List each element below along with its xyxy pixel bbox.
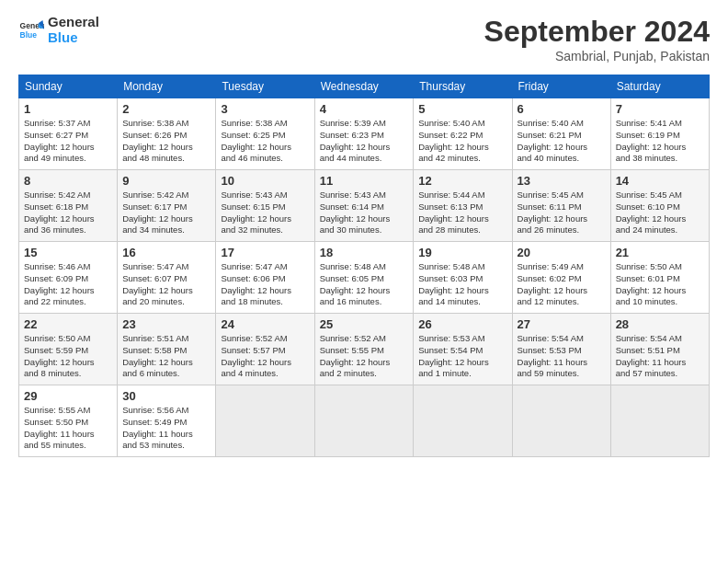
day-number: 9 [122,174,210,188]
day-info: Sunrise: 5:52 AMSunset: 5:57 PMDaylight:… [221,333,309,380]
day-info: Sunrise: 5:37 AMSunset: 6:27 PMDaylight:… [24,118,112,165]
logo-text-general: General [48,15,99,30]
svg-text:Blue: Blue [20,29,38,39]
day-info: Sunrise: 5:42 AMSunset: 6:18 PMDaylight:… [24,190,112,236]
col-monday: Monday [118,75,216,98]
day-info: Sunrise: 5:55 AMSunset: 5:50 PMDaylight:… [24,405,112,452]
day-number: 23 [122,317,210,331]
day-info: Sunrise: 5:42 AMSunset: 6:17 PMDaylight:… [122,190,210,236]
day-info: Sunrise: 5:46 AMSunset: 6:09 PMDaylight:… [24,261,112,308]
day-number: 25 [320,317,409,331]
day-number: 4 [320,102,409,116]
day-number: 3 [221,102,309,116]
day-info: Sunrise: 5:50 AMSunset: 5:59 PMDaylight:… [24,333,112,380]
day-number: 29 [24,389,112,403]
header: General Blue General Blue September 2024… [18,15,710,63]
day-number: 28 [616,317,704,331]
day-number: 21 [616,246,704,259]
day-info: Sunrise: 5:50 AMSunset: 6:01 PMDaylight:… [616,261,704,308]
day-info: Sunrise: 5:43 AMSunset: 6:15 PMDaylight:… [221,190,309,236]
day-info: Sunrise: 5:53 AMSunset: 5:54 PMDaylight:… [418,333,506,380]
day-number: 2 [122,102,210,116]
day-number: 14 [616,174,704,188]
col-saturday: Saturday [610,75,709,98]
day-info: Sunrise: 5:40 AMSunset: 6:22 PMDaylight:… [418,118,506,165]
day-number: 17 [221,246,309,259]
col-tuesday: Tuesday [216,75,314,98]
col-thursday: Thursday [414,75,512,98]
day-number: 24 [221,317,309,331]
day-info: Sunrise: 5:49 AMSunset: 6:02 PMDaylight:… [518,261,606,308]
day-info: Sunrise: 5:38 AMSunset: 6:26 PMDaylight:… [122,118,210,165]
col-sunday: Sunday [19,75,118,98]
day-number: 11 [320,174,409,188]
day-number: 15 [24,246,112,259]
day-number: 13 [518,174,606,188]
day-number: 6 [518,102,606,116]
location: Sambrial, Punjab, Pakistan [484,49,710,63]
day-info: Sunrise: 5:44 AMSunset: 6:13 PMDaylight:… [418,190,506,236]
day-number: 20 [518,246,606,259]
day-number: 5 [418,102,506,116]
day-number: 10 [221,174,309,188]
day-number: 27 [518,317,606,331]
day-info: Sunrise: 5:47 AMSunset: 6:06 PMDaylight:… [221,261,309,308]
title-block: September 2024 Sambrial, Punjab, Pakista… [484,15,710,63]
day-info: Sunrise: 5:40 AMSunset: 6:21 PMDaylight:… [518,118,606,165]
day-info: Sunrise: 5:41 AMSunset: 6:19 PMDaylight:… [616,118,704,165]
day-info: Sunrise: 5:45 AMSunset: 6:11 PMDaylight:… [518,190,606,236]
logo-icon: General Blue [18,17,44,43]
logo: General Blue General Blue [18,15,99,45]
header-row: Sunday Monday Tuesday Wednesday Thursday… [19,75,710,98]
day-number: 22 [24,317,112,331]
day-number: 12 [418,174,506,188]
day-info: Sunrise: 5:47 AMSunset: 6:07 PMDaylight:… [122,261,210,308]
day-info: Sunrise: 5:54 AMSunset: 5:53 PMDaylight:… [518,333,606,380]
day-number: 7 [616,102,704,116]
day-info: Sunrise: 5:48 AMSunset: 6:03 PMDaylight:… [418,261,506,308]
day-info: Sunrise: 5:45 AMSunset: 6:10 PMDaylight:… [616,190,704,236]
day-number: 26 [418,317,506,331]
day-info: Sunrise: 5:48 AMSunset: 6:05 PMDaylight:… [320,261,409,308]
day-info: Sunrise: 5:38 AMSunset: 6:25 PMDaylight:… [221,118,309,165]
logo-text-blue: Blue [48,30,99,46]
day-number: 19 [418,246,506,259]
day-number: 30 [122,389,210,403]
day-info: Sunrise: 5:43 AMSunset: 6:14 PMDaylight:… [320,190,409,236]
day-number: 8 [24,174,112,188]
day-info: Sunrise: 5:39 AMSunset: 6:23 PMDaylight:… [320,118,409,165]
day-number: 16 [122,246,210,259]
page-container: General Blue General Blue September 2024… [0,0,728,466]
day-info: Sunrise: 5:51 AMSunset: 5:58 PMDaylight:… [122,333,210,380]
col-friday: Friday [512,75,610,98]
month-title: September 2024 [484,15,710,49]
day-info: Sunrise: 5:54 AMSunset: 5:51 PMDaylight:… [616,333,704,380]
day-number: 18 [320,246,409,259]
calendar-table: Sunday Monday Tuesday Wednesday Thursday… [18,75,710,457]
day-number: 1 [24,102,112,116]
col-wednesday: Wednesday [314,75,414,98]
day-info: Sunrise: 5:52 AMSunset: 5:55 PMDaylight:… [320,333,409,380]
day-info: Sunrise: 5:56 AMSunset: 5:49 PMDaylight:… [122,405,210,452]
